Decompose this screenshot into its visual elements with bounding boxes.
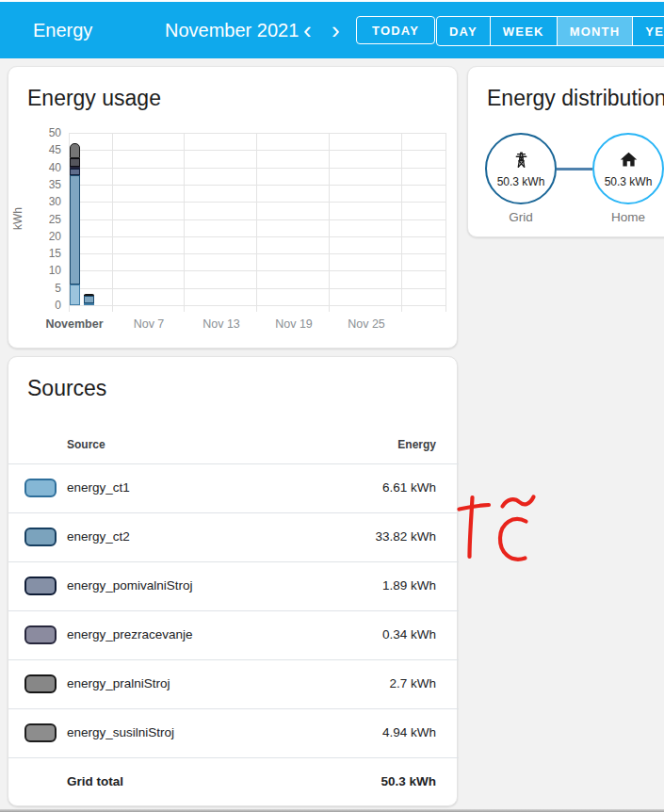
y-axis-title: kWh — [11, 207, 24, 230]
bar-segment-energy_susilniStroj[interactable] — [70, 143, 80, 158]
x-axis-tick-label: Nov 13 — [202, 317, 240, 331]
source-name: energy_prezracevanje — [67, 627, 193, 641]
range-button-year[interactable]: YEAR — [632, 17, 664, 45]
gridline-vertical — [256, 133, 257, 312]
sources-card: Sources Source Energy energy_ct16.61 kWh… — [8, 356, 458, 806]
energy-usage-card: Energy usage 05101520253035404550kWhNove… — [8, 66, 458, 349]
node-label-grid: Grid — [485, 210, 557, 224]
x-axis-tick-label: November — [45, 317, 103, 331]
source-name: Grid total — [67, 774, 123, 788]
period-label: November 2021 — [165, 2, 299, 58]
y-axis-tick-label: 50 — [8, 126, 61, 139]
source-name: energy_pralniStroj — [67, 676, 170, 690]
y-axis-tick-label: 35 — [8, 178, 61, 191]
y-axis-tick-label: 20 — [8, 230, 61, 243]
table-row: energy_prezracevanje0.34 kWh — [8, 611, 459, 660]
home-icon — [619, 150, 639, 173]
energy-distribution-card: Energy distribution 50.3 kWhGrid50.3 kWh… — [467, 66, 664, 237]
home-node: 50.3 kWh — [592, 133, 664, 204]
source-value: 1.89 kWh — [382, 578, 436, 593]
node-value: 50.3 kWh — [497, 175, 545, 188]
source-color-swatch — [24, 528, 57, 546]
gridline-horizontal — [69, 202, 445, 203]
source-value: 2.7 kWh — [389, 676, 436, 690]
page-background: { "page": {"background": "#f2f2f2", "bot… — [0, 0, 664, 812]
grid-home-connector — [557, 168, 592, 171]
bar-segment-energy_susilniStroj[interactable] — [84, 294, 94, 296]
grid-node: 50.3 kWh — [485, 133, 557, 204]
app-header: Energy November 2021 ‹ › TODAY DAYWEEKMO… — [0, 2, 664, 58]
y-axis-tick-label: 5 — [8, 282, 61, 295]
bar-segment-energy_pralniStroj[interactable] — [70, 158, 80, 168]
bar-segment-energy_ct2[interactable] — [84, 296, 94, 303]
column-header-source: Source — [67, 438, 105, 451]
source-name: energy_ct2 — [67, 529, 130, 544]
source-value: 50.3 kWh — [381, 774, 436, 788]
sources-table: energy_ct16.61 kWhenergy_ct233.82 kWhene… — [8, 464, 459, 807]
bar-segment-energy_ct1[interactable] — [70, 284, 80, 305]
table-row: energy_ct233.82 kWh — [8, 513, 459, 562]
transmission-tower-icon — [511, 150, 531, 173]
node-value: 50.3 kWh — [605, 175, 653, 188]
source-color-swatch — [24, 674, 57, 693]
bar-segment-energy_prezracevanje[interactable] — [70, 167, 80, 169]
source-value: 4.94 kWh — [382, 725, 436, 739]
source-color-swatch — [24, 723, 57, 742]
gridline-horizontal — [69, 236, 445, 237]
column-header-energy: Energy — [397, 438, 436, 451]
source-color-swatch — [24, 479, 57, 497]
usage-chart: 05101520253035404550kWhNovemberNov 7Nov … — [8, 125, 459, 340]
usage-card-title: Energy usage — [27, 86, 161, 111]
source-value: 0.34 kWh — [382, 627, 436, 641]
gridline-horizontal — [69, 185, 445, 186]
grid-total-row: Grid total50.3 kWh — [8, 758, 459, 807]
sources-card-title: Sources — [27, 376, 106, 401]
table-row: energy_pralniStroj2.7 kWh — [8, 660, 459, 709]
range-button-week[interactable]: WEEK — [490, 17, 557, 45]
source-name: energy_pomivalniStroj — [67, 578, 193, 593]
y-axis-tick-label: 10 — [8, 264, 61, 277]
next-period-button[interactable]: › — [328, 2, 344, 58]
page-title: Energy — [33, 2, 92, 58]
gridline-vertical — [401, 133, 402, 312]
source-value: 6.61 kWh — [382, 480, 436, 495]
x-axis-tick-label: Nov 25 — [348, 317, 385, 331]
y-axis-tick-label: 40 — [8, 161, 61, 174]
today-button[interactable]: TODAY — [356, 16, 435, 44]
range-button-month[interactable]: MONTH — [557, 17, 633, 45]
source-color-swatch — [24, 577, 57, 595]
gridline-horizontal — [69, 253, 445, 254]
table-row: energy_susilniStroj4.94 kWh — [8, 709, 459, 758]
gridline-vertical — [329, 133, 330, 312]
range-button-group: DAYWEEKMONTHYEAR — [436, 16, 664, 46]
x-axis-tick-label: Nov 19 — [275, 317, 313, 331]
gridline-vertical — [445, 133, 446, 312]
y-axis-tick-label: 45 — [8, 143, 61, 156]
gridline-horizontal — [69, 305, 445, 306]
bar-segment-energy_pomivalniStroj[interactable] — [70, 169, 80, 175]
bar-segment-energy_ct1[interactable] — [84, 303, 94, 305]
gridline-vertical — [112, 133, 113, 312]
range-button-day[interactable]: DAY — [437, 17, 490, 45]
x-axis-tick-label: Nov 7 — [134, 317, 165, 331]
node-label-home: Home — [592, 210, 664, 224]
y-axis-tick-label: 15 — [8, 247, 61, 260]
distribution-card-title: Energy distribution — [487, 86, 664, 111]
gridline-vertical — [184, 133, 185, 312]
gridline-horizontal — [69, 219, 445, 220]
source-value: 33.82 kWh — [375, 529, 436, 544]
table-header: Source Energy — [8, 430, 459, 464]
y-axis-tick-label: 0 — [8, 299, 61, 312]
gridline-horizontal — [69, 133, 445, 134]
gridline-horizontal — [69, 288, 445, 289]
gridline-horizontal — [69, 270, 445, 271]
source-color-swatch — [24, 625, 57, 644]
source-name: energy_susilniStroj — [67, 725, 174, 739]
gridline-horizontal — [69, 168, 445, 169]
table-row: energy_pomivalniStroj1.89 kWh — [8, 562, 459, 611]
prev-period-button[interactable]: ‹ — [300, 2, 316, 58]
gridline-horizontal — [69, 150, 445, 151]
table-row: energy_ct16.61 kWh — [8, 464, 459, 513]
source-name: energy_ct1 — [67, 480, 130, 495]
bar-segment-energy_ct2[interactable] — [70, 175, 80, 284]
